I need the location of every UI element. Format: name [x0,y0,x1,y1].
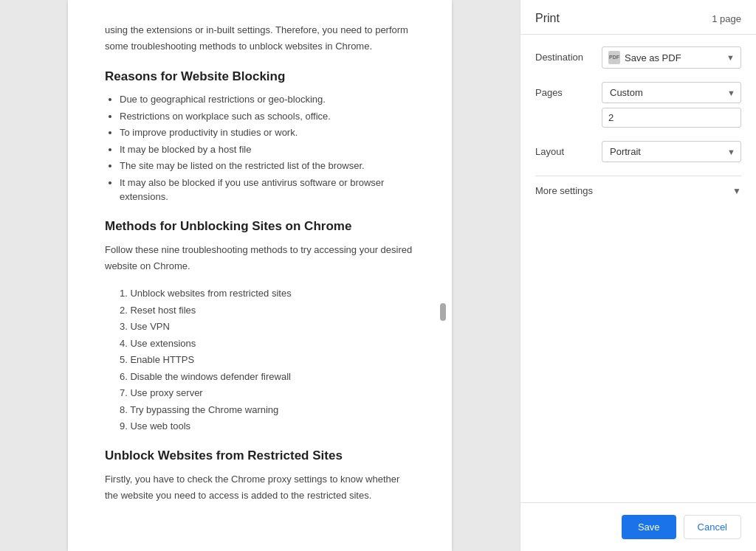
list-item: 6. Disable the windows defender firewall [120,370,415,384]
list-item: It may be blocked by a host file [120,142,415,157]
list-item: It may also be blocked if you use antivi… [120,176,415,204]
list-item: To improve productivity in studies or wo… [120,125,415,140]
section3-title: Unblock Websites from Restricted Sites [105,446,415,465]
list-item: 1. Unblock websites from restricted site… [120,286,415,301]
pages-select[interactable]: All Custom Odd pages only Even pages onl… [602,82,741,103]
destination-label: Destination [535,46,602,63]
list-item: 3. Use VPN [120,319,415,334]
reasons-list: Due to geographical restrictions or geo-… [105,92,415,204]
list-item: 7. Use proxy server [120,386,415,401]
pdf-icon: PDF [608,51,620,64]
print-panel: Print 1 page Destination PDF Save as PDF… [520,0,756,551]
section2-title: Methods for Unblocking Sites on Chrome [105,216,415,236]
destination-row: Destination PDF Save as PDF ▼ [535,46,741,69]
pages-select-wrapper[interactable]: All Custom Odd pages only Even pages onl… [602,82,741,103]
print-pages-count: 1 page [712,13,741,24]
list-item: 2. Reset host files [120,303,415,318]
save-button[interactable]: Save [622,515,676,539]
list-item: Due to geographical restrictions or geo-… [120,92,415,107]
layout-select[interactable]: Portrait Landscape [602,141,741,162]
intro-text: using the extensions or in-built setting… [105,22,415,55]
layout-select-wrapper[interactable]: Portrait Landscape ▼ [602,141,741,162]
list-item: 4. Use extensions [120,336,415,351]
print-footer: Save Cancel [520,502,756,551]
methods-list: 1. Unblock websites from restricted site… [105,286,415,434]
list-item: 5. Enable HTTPS [120,353,415,367]
print-body: Destination PDF Save as PDF ▼ Pages All … [520,35,756,502]
destination-dropdown[interactable]: PDF Save as PDF ▼ [602,46,741,69]
list-item: Restrictions on workplace such as school… [120,109,415,124]
more-settings-label: More settings [535,185,593,196]
destination-control[interactable]: PDF Save as PDF ▼ [602,46,741,69]
list-item: 9. Use web tools [120,419,415,434]
cancel-button[interactable]: Cancel [684,515,741,539]
layout-label: Layout [535,141,602,157]
layout-row: Layout Portrait Landscape ▼ [535,141,741,162]
methods-intro: Follow these nine troubleshooting method… [105,242,415,274]
print-header: Print 1 page [520,0,756,35]
section1-title: Reasons for Website Blocking [105,66,415,86]
pages-control: All Custom Odd pages only Even pages onl… [602,82,741,128]
content-area: using the extensions or in-built setting… [0,0,520,551]
pages-input[interactable] [602,108,741,128]
destination-value: Save as PDF [625,52,721,63]
pages-label: Pages [535,82,602,98]
print-title: Print [535,12,560,25]
layout-control: Portrait Landscape ▼ [602,141,741,162]
scroll-handle[interactable] [440,303,446,321]
list-item: 8. Try bypassing the Chrome warning [120,403,415,417]
list-item: The site may be listed on the restricted… [120,159,415,173]
more-settings-row[interactable]: More settings ▼ [535,176,741,205]
section3-text: Firstly, you have to check the Chrome pr… [105,471,415,504]
more-settings-chevron-icon: ▼ [732,186,741,196]
destination-chevron-icon: ▼ [726,53,735,62]
page-preview: using the extensions or in-built setting… [68,0,452,551]
pages-row: Pages All Custom Odd pages only Even pag… [535,82,741,128]
